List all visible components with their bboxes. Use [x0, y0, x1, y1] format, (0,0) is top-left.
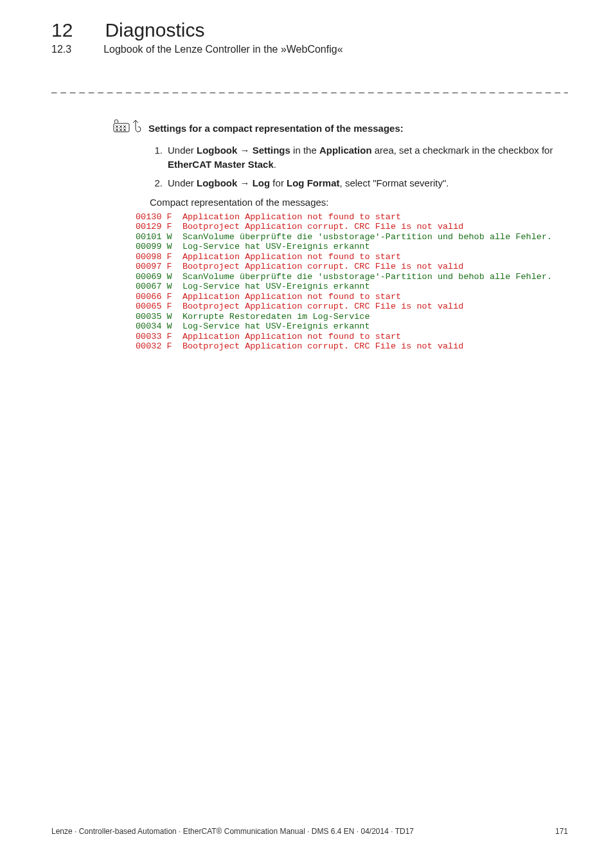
page-footer: Lenze · Controller-based Automation · Et… — [51, 827, 568, 836]
step-2-number: 2. — [150, 176, 163, 190]
howto-title: Settings for a compact representation of… — [148, 122, 404, 136]
log-line: 00065 F Bootproject Application corrupt.… — [136, 302, 568, 312]
text-bold: Log — [253, 177, 271, 188]
log-line: 00034 W Log-Service hat USV-Ereignis erk… — [136, 321, 568, 332]
log-line: 00129 F Bootproject Application corrupt.… — [136, 222, 568, 232]
log-line: 00035 W Korrupte Restoredaten im Log-Ser… — [136, 312, 568, 322]
log-line: 00032 F Bootproject Application corrupt.… — [136, 341, 568, 352]
log-line: 00067 W Log-Service hat USV-Ereignis erk… — [136, 282, 568, 292]
log-output: 00130 F Application Application not foun… — [136, 212, 568, 352]
chapter-title: Diagnostics — [105, 19, 204, 41]
page-header: 12 Diagnostics 12.3 Logbook of the Lenze… — [51, 19, 568, 55]
log-line: 00066 F Application Application not foun… — [136, 292, 568, 302]
step-1-body: Under Logbook → Settings in the Applicat… — [168, 143, 561, 172]
log-line: 00099 W Log-Service hat USV-Ereignis erk… — [136, 242, 568, 252]
step-2: 2. Under Logbook → Log for Log Format, s… — [150, 176, 561, 190]
subsection-title: Logbook of the Lenze Controller in the »… — [103, 44, 342, 55]
arrow-icon: → — [237, 145, 252, 156]
log-line: 00033 F Application Application not foun… — [136, 332, 568, 342]
log-line: 00097 F Bootproject Application corrupt.… — [136, 262, 568, 272]
text: Under — [168, 145, 197, 156]
arrow-icon: → — [237, 177, 252, 188]
footer-left: Lenze · Controller-based Automation · Et… — [51, 827, 414, 836]
step-1-number: 1. — [150, 143, 163, 172]
text-bold: Logbook — [197, 145, 237, 156]
footer-page-number: 171 — [555, 827, 568, 836]
log-line: 00069 W ScanVolume überprüfte die 'usbst… — [136, 272, 568, 282]
text: in the — [290, 145, 319, 156]
log-line: 00130 F Application Application not foun… — [136, 212, 568, 222]
text-bold: Application — [319, 145, 372, 156]
howto-mouse-icon — [112, 119, 142, 138]
subsection-number: 12.3 — [51, 44, 71, 55]
text: . — [274, 159, 276, 170]
text-bold: Log Format — [287, 177, 340, 188]
howto-heading: Settings for a compact representation of… — [112, 119, 568, 138]
step-1: 1. Under Logbook → Settings in the Appli… — [150, 143, 561, 172]
separator-rule: _ _ _ _ _ _ _ _ _ _ _ _ _ _ _ _ _ _ _ _ … — [51, 82, 568, 93]
text: Under — [168, 177, 197, 188]
subsection-line: 12.3 Logbook of the Lenze Controller in … — [51, 44, 568, 55]
text-bold: Logbook — [197, 177, 237, 188]
steps-list: 1. Under Logbook → Settings in the Appli… — [112, 143, 568, 190]
chapter-line: 12 Diagnostics — [51, 19, 568, 41]
text-bold: EtherCAT Master Stack — [168, 159, 274, 170]
chapter-number: 12 — [51, 19, 73, 41]
compact-caption: Compact representation of the messages: — [150, 195, 568, 210]
text-bold: Settings — [253, 145, 290, 156]
step-2-body: Under Logbook → Log for Log Format, sele… — [168, 176, 561, 190]
text: area, set a checkmark in the checkbox fo… — [372, 145, 553, 156]
page: 12 Diagnostics 12.3 Logbook of the Lenze… — [0, 0, 613, 868]
log-line: 00101 W ScanVolume überprüfte die 'usbst… — [136, 232, 568, 242]
content-block: Settings for a compact representation of… — [112, 119, 568, 352]
text: for — [270, 177, 287, 188]
text: , select "Format severity". — [340, 177, 449, 188]
log-line: 00098 F Application Application not foun… — [136, 252, 568, 262]
